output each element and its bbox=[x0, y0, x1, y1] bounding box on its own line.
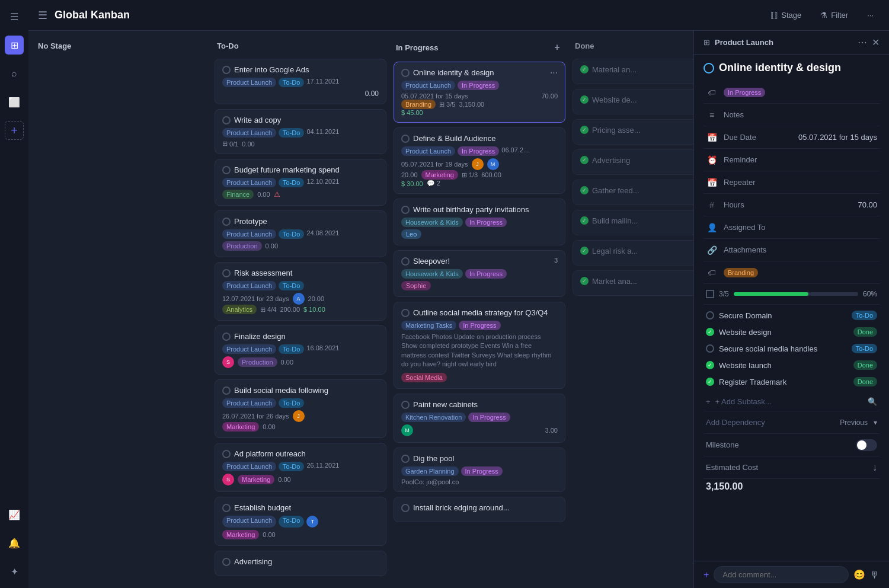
avatar: J bbox=[293, 410, 305, 422]
card-more-icon[interactable]: ⋯ bbox=[550, 68, 558, 77]
card-done-material[interactable]: ✓ Material an... 12.07... bbox=[573, 59, 693, 84]
done-check: ✓ bbox=[580, 65, 589, 74]
filter-button[interactable]: ⚗ Filter bbox=[814, 8, 854, 23]
add-comment-icon: + bbox=[703, 570, 709, 580]
chevron-down-icon[interactable]: ▾ bbox=[874, 418, 877, 427]
card-write-ad-copy[interactable]: Write ad copy Product Launch To-Do 04.11… bbox=[215, 109, 386, 154]
progress-count: 3/5 bbox=[719, 290, 729, 298]
emoji-icon[interactable]: 😊 bbox=[853, 569, 865, 580]
card-tags: Product Launch To-Do 24.08.2021 bbox=[222, 229, 379, 239]
card-social-strategy[interactable]: Outline social media strategy for Q3/Q4 … bbox=[394, 302, 565, 389]
panel-header: ⊞ Product Launch ⋯ ✕ bbox=[694, 31, 889, 55]
notes-icon: ≡ bbox=[706, 110, 718, 120]
card-social-media-following[interactable]: Build social media following Product Lau… bbox=[215, 379, 386, 438]
panel-status-row: 🏷 In Progress bbox=[703, 81, 880, 104]
estimated-cost-down-icon[interactable]: ↓ bbox=[872, 462, 877, 473]
card-checkbox[interactable] bbox=[401, 257, 410, 266]
card-establish-budget[interactable]: Establish budget Product Launch To-Do T … bbox=[215, 497, 386, 546]
card-checkbox[interactable] bbox=[222, 66, 231, 74]
card-done-market-ana[interactable]: ✓ Market ana... bbox=[573, 270, 693, 296]
subtask-check-done[interactable]: ✓ bbox=[706, 328, 714, 336]
panel-due-date-row: 📅 Due Date 05.07.2021 for 15 days bbox=[703, 126, 880, 149]
subtask-check[interactable] bbox=[706, 344, 714, 353]
sidebar-icon-menu[interactable]: ☰ bbox=[5, 7, 24, 26]
card-checkbox[interactable] bbox=[222, 450, 231, 458]
done-check: ✓ bbox=[580, 247, 589, 255]
tag-icon: 🏷 bbox=[706, 88, 718, 97]
card-checkbox[interactable] bbox=[401, 401, 410, 409]
card-checkbox[interactable] bbox=[401, 206, 410, 214]
card-tags: Marketing Tasks In Progress bbox=[401, 321, 558, 330]
sidebar-icon-search[interactable]: ⌕ bbox=[5, 64, 24, 83]
card-checkbox[interactable] bbox=[401, 309, 410, 317]
milestone-toggle[interactable] bbox=[856, 439, 877, 451]
panel-status-tag[interactable]: In Progress bbox=[724, 88, 765, 97]
subtask-item[interactable]: Secure Domain To-Do bbox=[703, 307, 880, 324]
card-checkbox[interactable] bbox=[222, 333, 231, 341]
subtask-item[interactable]: Secure social media handles To-Do bbox=[703, 340, 880, 357]
card-checkbox[interactable] bbox=[222, 386, 231, 395]
calendar-icon: 📅 bbox=[706, 133, 718, 142]
card-checkbox[interactable] bbox=[401, 69, 410, 77]
card-checkbox[interactable] bbox=[222, 218, 231, 226]
card-checkbox[interactable] bbox=[401, 135, 410, 143]
menu-icon[interactable]: ☰ bbox=[38, 9, 47, 22]
card-checkbox[interactable] bbox=[401, 504, 410, 512]
card-risk-assessment[interactable]: Risk assessment Product Launch To-Do 12.… bbox=[215, 262, 386, 321]
subtask-item[interactable]: ✓ Website launch Done bbox=[703, 357, 880, 373]
filter-icon: ⚗ bbox=[820, 11, 827, 20]
panel-branding-tag[interactable]: Branding bbox=[724, 268, 758, 277]
card-dig-pool[interactable]: Dig the pool Garden Planning In Progress… bbox=[394, 448, 565, 492]
card-done-gather-feed[interactable]: ✓ Gather feed... 27.09... bbox=[573, 180, 693, 205]
card-tags: Product Launch To-Do 16.08.2021 bbox=[222, 344, 379, 354]
add-dependency-label[interactable]: Add Dependency bbox=[706, 418, 765, 427]
card-checkbox[interactable] bbox=[222, 116, 231, 124]
sidebar-icon-home[interactable]: ⊞ bbox=[5, 36, 24, 55]
sidebar-icon-bell[interactable]: 🔔 bbox=[5, 533, 24, 552]
sidebar-icon-star[interactable]: ✦ bbox=[5, 562, 24, 581]
stage-button[interactable]: ⟦⟧ Stage bbox=[765, 8, 807, 23]
card-done-legal-risk[interactable]: ✓ Legal risk a... 26.07... bbox=[573, 240, 693, 266]
sidebar-icon-chart[interactable]: 📈 bbox=[5, 505, 24, 524]
subtask-item[interactable]: ✓ Website design Done bbox=[703, 324, 880, 340]
subtask-check-done[interactable]: ✓ bbox=[706, 378, 714, 386]
card-paint-cabinets[interactable]: Paint new cabinets Kitchen Renovation In… bbox=[394, 394, 565, 443]
comment-input[interactable] bbox=[714, 566, 849, 583]
sidebar-icon-folder[interactable]: ⬜ bbox=[5, 92, 24, 111]
sidebar-icon-add[interactable]: + bbox=[5, 121, 24, 140]
card-finalize-design[interactable]: Finalize design Product Launch To-Do 16.… bbox=[215, 325, 386, 375]
subtask-check-done[interactable]: ✓ bbox=[706, 361, 714, 369]
card-checkbox[interactable] bbox=[401, 455, 410, 463]
mic-icon[interactable]: 🎙 bbox=[870, 570, 880, 580]
panel-close-button[interactable]: ✕ bbox=[872, 37, 880, 48]
card-budget-marketing[interactable]: Budget future marketing spend Product La… bbox=[215, 159, 386, 206]
subtask-check[interactable] bbox=[706, 311, 714, 319]
card-checkbox[interactable] bbox=[222, 269, 231, 277]
search-subtask-icon[interactable]: 🔍 bbox=[868, 397, 877, 406]
more-options-button[interactable]: ··· bbox=[861, 8, 880, 23]
card-checkbox[interactable] bbox=[222, 504, 231, 512]
card-define-build-audience[interactable]: Define & Build Audience Product Launch I… bbox=[394, 127, 565, 194]
card-sleepover[interactable]: Sleepover! 3 Housework & Kids In Progres… bbox=[394, 250, 565, 297]
card-done-pricing[interactable]: ✓ Pricing asse... bbox=[573, 119, 693, 145]
card-done-advertising[interactable]: ✓ Advertising bbox=[573, 149, 693, 175]
subtask-item[interactable]: ✓ Register Trademark Done bbox=[703, 373, 880, 390]
card-checkbox[interactable] bbox=[222, 558, 231, 566]
comment-input-row: + 😊 🎙 bbox=[694, 561, 889, 588]
add-card-button[interactable]: + bbox=[551, 41, 563, 53]
subtask-list: Secure Domain To-Do ✓ Website design Don… bbox=[703, 305, 880, 392]
add-subtask-row[interactable]: + + Add Subtask... 🔍 bbox=[703, 392, 880, 411]
card-done-build-mailin[interactable]: ✓ Build mailin... bbox=[573, 210, 693, 235]
card-checkbox[interactable] bbox=[222, 166, 231, 174]
panel-tags-row: 🏷 Branding bbox=[703, 261, 880, 284]
card-enter-google-ads[interactable]: Enter into Google Ads Product Launch To-… bbox=[215, 59, 386, 104]
card-advertising-todo[interactable]: Advertising bbox=[215, 551, 386, 576]
card-ad-platform-outreach[interactable]: Ad platform outreach Product Launch To-D… bbox=[215, 443, 386, 492]
card-install-brick[interactable]: Install brick edging around... bbox=[394, 497, 565, 522]
card-done-website-de[interactable]: ✓ Website de... bbox=[573, 89, 693, 114]
card-birthday-invitations[interactable]: Write out birthday party invitations Hou… bbox=[394, 199, 565, 245]
panel-more-icon[interactable]: ⋯ bbox=[858, 37, 867, 48]
panel-task-checkbox[interactable] bbox=[703, 63, 714, 74]
card-prototype[interactable]: Prototype Product Launch To-Do 24.08.202… bbox=[215, 210, 386, 257]
card-online-identity[interactable]: Online identity & design ⋯ Product Launc… bbox=[394, 62, 565, 123]
